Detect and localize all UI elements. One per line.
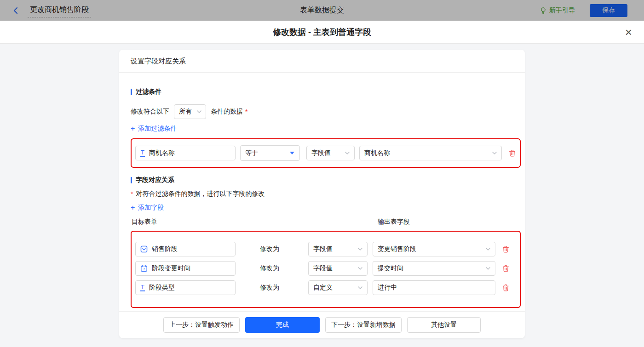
target-field-input[interactable]: 7 阶段变更时间 [135, 261, 236, 276]
value-type-select[interactable]: 自定义 [308, 280, 368, 295]
filter-field-input[interactable]: T 商机名称 [135, 146, 236, 160]
save-button[interactable]: 保存 [590, 4, 627, 17]
chevron-down-icon [358, 267, 362, 270]
mapping-rows-highlighted: 销售阶段 修改为 字段值 变更销售阶段 [131, 231, 521, 308]
target-field-input[interactable]: T 阶段类型 [135, 280, 236, 295]
delete-filter-row-button[interactable] [508, 149, 516, 157]
text-field-icon: T [140, 284, 145, 291]
card-body: 过滤条件 修改符合以下 所有 条件的数据 * + 添加过滤条件 [119, 73, 525, 311]
output-field-value: 提交时间 [378, 264, 403, 273]
mapping-section-title: 字段对应关系 [131, 176, 517, 184]
close-icon[interactable]: × [625, 26, 632, 38]
value-type: 字段值 [313, 245, 333, 253]
condition-prefix: 修改符合以下 [131, 108, 169, 116]
chevron-down-icon [492, 152, 497, 154]
section-bar [131, 89, 132, 95]
section-bar [131, 177, 132, 183]
trash-icon [502, 264, 510, 273]
value-type-select[interactable]: 字段值 [308, 242, 368, 256]
required-asterisk: * [131, 190, 133, 198]
operator-dropdown-button[interactable] [284, 146, 299, 160]
chevron-down-icon [486, 267, 490, 270]
caret-down-icon [290, 152, 294, 154]
delete-mapping-row-button[interactable] [502, 284, 510, 292]
add-field-label: 添加字段 [138, 204, 164, 212]
text-field-icon: T [140, 150, 145, 157]
chevron-down-icon [358, 286, 362, 289]
trash-icon [508, 149, 516, 157]
beginner-guide-label: 新手引导 [549, 6, 575, 15]
mapping-description: * 对符合过滤条件的数据，进行以下字段的修改 [131, 190, 517, 198]
field-mapping-card: 设置字段对应关系 过滤条件 修改符合以下 所有 条件的数据 * [119, 50, 525, 338]
modal-header: 修改数据 - 主表到普通字段 × [0, 21, 644, 44]
required-asterisk: * [245, 108, 247, 115]
select-field-icon [140, 245, 148, 253]
card-header: 设置字段对应关系 [119, 50, 525, 73]
target-field-value: 阶段类型 [149, 284, 175, 292]
target-field-value: 阶段变更时间 [152, 264, 190, 273]
mapping-row: 7 阶段变更时间 修改为 字段值 [135, 261, 516, 276]
custom-value: 进行中 [378, 284, 397, 292]
filter-section-label: 过滤条件 [136, 88, 161, 96]
plus-icon: + [131, 205, 135, 211]
prev-step-button[interactable]: 上一步：设置触发动作 [163, 317, 240, 333]
lightbulb-icon [540, 7, 547, 14]
other-settings-button[interactable]: 其他设置 [407, 317, 481, 333]
value-type-select[interactable]: 字段值 [308, 261, 368, 276]
output-field-column-header: 输出表字段 [378, 218, 410, 226]
mapping-description-text: 对符合过滤条件的数据，进行以下字段的修改 [136, 190, 264, 198]
add-field-link[interactable]: + 添加字段 [131, 204, 164, 212]
mapping-column-headers: 目标表单 输出表字段 [131, 218, 517, 226]
svg-text:7: 7 [143, 267, 145, 271]
value-type: 自定义 [313, 284, 333, 292]
top-bar: 更改商机销售阶段 表单数据提交 新手引导 保存 [0, 0, 644, 21]
back-button[interactable] [12, 6, 20, 15]
mapping-row: 销售阶段 修改为 字段值 变更销售阶段 [135, 242, 516, 256]
chevron-down-icon [197, 110, 201, 113]
trash-icon [502, 245, 510, 253]
card-footer: 上一步：设置触发动作 完成 下一步：设置新增数据 其他设置 [119, 311, 525, 338]
output-field-value: 变更销售阶段 [378, 245, 416, 253]
target-form-column-header: 目标表单 [132, 218, 157, 226]
add-filter-condition-link[interactable]: + 添加过滤条件 [131, 125, 177, 133]
chevron-down-icon [358, 248, 362, 250]
target-field-input[interactable]: 销售阶段 [135, 242, 236, 256]
modify-label: 修改为 [260, 264, 280, 273]
done-button[interactable]: 完成 [245, 317, 320, 333]
custom-value-input[interactable]: 进行中 [373, 280, 495, 295]
output-field-select[interactable]: 变更销售阶段 [373, 242, 495, 256]
mapping-section-label: 字段对应关系 [136, 176, 174, 184]
operator-select[interactable]: 等于 [240, 145, 300, 161]
trash-icon [502, 284, 510, 292]
mapping-row: T 阶段类型 修改为 自定义 进行中 [135, 280, 516, 295]
chevron-left-icon [12, 6, 20, 15]
chevron-down-icon [486, 248, 490, 250]
modify-data-modal: 修改数据 - 主表到普通字段 × 设置字段对应关系 过滤条件 修改符合以下 所有 [0, 21, 644, 347]
match-mode-select[interactable]: 所有 [174, 104, 206, 119]
value-type: 字段值 [313, 264, 333, 273]
condition-line: 修改符合以下 所有 条件的数据 * [131, 104, 517, 119]
filter-section-title: 过滤条件 [131, 73, 517, 96]
page-title: 表单数据提交 [300, 6, 344, 15]
next-step-button[interactable]: 下一步：设置新增数据 [325, 317, 402, 333]
target-field-value: 销售阶段 [152, 245, 178, 253]
beginner-guide-button[interactable]: 新手引导 [540, 6, 575, 15]
date-field-icon: 7 [140, 265, 148, 272]
filter-value-type: 字段值 [311, 149, 331, 157]
modify-label: 修改为 [260, 245, 280, 253]
add-filter-condition-label: 添加过滤条件 [138, 125, 177, 133]
filter-value-select[interactable]: 商机名称 [359, 146, 502, 160]
delete-mapping-row-button[interactable] [502, 264, 510, 273]
workflow-title[interactable]: 更改商机销售阶段 [28, 4, 91, 17]
filter-value-type-select[interactable]: 字段值 [306, 146, 355, 160]
match-mode-value: 所有 [179, 108, 192, 116]
operator-value: 等于 [241, 146, 284, 160]
modify-label: 修改为 [260, 284, 280, 292]
condition-suffix: 条件的数据 [211, 108, 243, 116]
plus-icon: + [131, 125, 135, 132]
chevron-down-icon [345, 152, 350, 154]
filter-condition-row-highlighted: T 商机名称 等于 字段值 [131, 138, 521, 168]
delete-mapping-row-button[interactable] [502, 245, 510, 253]
output-field-select[interactable]: 提交时间 [373, 261, 495, 276]
filter-field-value: 商机名称 [149, 149, 175, 157]
